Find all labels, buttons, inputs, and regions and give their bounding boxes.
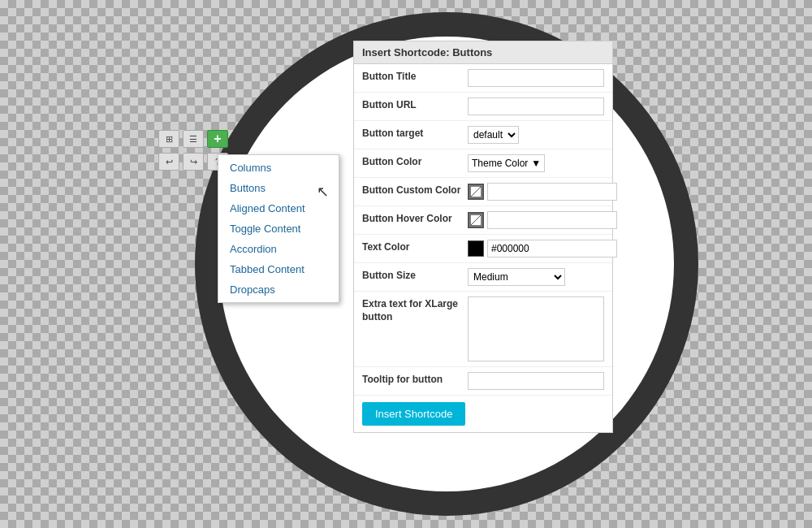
hover-color-swatch[interactable] [468,212,484,228]
label-text-color: Text Color [362,240,468,254]
field-button-size: Button Size Small Medium Large XLarge [354,263,612,292]
field-button-url: Button URL [354,93,612,121]
control-extra-text [468,296,604,361]
select-button-target[interactable]: default _blank _self [468,126,519,144]
label-button-color: Button Color [362,154,468,169]
control-tooltip [468,372,604,390]
control-button-title [468,69,604,87]
hover-color-picker-icon [469,214,482,227]
input-custom-color[interactable] [487,183,617,201]
label-tooltip: Tooltip for button [362,372,468,387]
label-button-url: Button URL [362,97,468,112]
dropdown-arrow-icon: ▼ [531,158,541,169]
menu-item-toggle-content[interactable]: Toggle Content [218,219,339,239]
toolbar-btn-menu[interactable]: ☰ [183,130,204,148]
shortcode-panel: Insert Shortcode: Buttons Button Title B… [353,41,613,433]
control-button-hover-color [468,211,617,229]
input-button-url[interactable] [468,97,604,115]
menu-item-dropcaps[interactable]: Dropcaps [218,279,339,300]
input-tooltip[interactable] [468,372,604,390]
label-button-custom-color: Button Custom Color [362,183,468,197]
label-button-target: Button target [362,126,468,141]
theme-color-label: Theme Color [472,158,528,169]
toolbar-btn-undo[interactable]: ↩ [158,153,179,171]
menu-item-tabbed-content[interactable]: Tabbed Content [218,259,339,279]
toolbar-btn-add[interactable]: + [207,130,228,148]
input-button-title[interactable] [468,69,604,87]
menu-item-aligned-content[interactable]: Aligned Content [218,198,339,219]
field-button-hover-color: Button Hover Color [354,206,612,235]
custom-color-swatch[interactable] [468,184,484,200]
label-button-title: Button Title [362,69,468,84]
color-picker-icon [469,185,482,198]
field-tooltip: Tooltip for button [354,367,612,396]
select-button-color[interactable]: Theme Color ▼ [468,154,545,172]
toolbar-btn-redo[interactable]: ↪ [183,153,204,171]
field-button-title: Button Title [354,64,612,93]
control-button-url [468,97,604,115]
text-color-swatch[interactable] [468,240,484,257]
field-text-color: Text Color [354,235,612,263]
field-button-target: Button target default _blank _self [354,121,612,149]
panel-body: Button Title Button URL Button target de… [354,64,612,432]
menu-item-columns[interactable]: Columns [218,158,339,178]
label-button-size: Button Size [362,268,468,283]
control-button-size: Small Medium Large XLarge [468,268,604,286]
insert-shortcode-button[interactable]: Insert Shortcode [362,402,465,426]
control-button-target: default _blank _self [468,126,604,144]
control-text-color [468,240,617,258]
color-picker-custom [468,183,617,201]
label-button-hover-color: Button Hover Color [362,211,468,226]
input-text-color[interactable] [487,240,617,258]
textarea-extra-text[interactable] [468,296,604,361]
label-extra-text: Extra text for XLarge button [362,296,468,323]
shortcode-dropdown-menu: Columns Buttons Aligned Content Toggle C… [218,154,339,303]
select-button-size[interactable]: Small Medium Large XLarge [468,268,565,286]
field-button-custom-color: Button Custom Color [354,178,612,206]
color-picker-hover [468,211,617,229]
toolbar-btn-grid[interactable]: ⊞ [158,130,179,148]
input-hover-color[interactable] [487,211,617,229]
control-button-color: Theme Color ▼ [468,154,604,172]
menu-item-accordion[interactable]: Accordion [218,239,339,259]
field-extra-text: Extra text for XLarge button [354,292,612,367]
color-picker-text [468,240,617,258]
control-button-custom-color [468,183,617,201]
field-button-color: Button Color Theme Color ▼ [354,149,612,178]
panel-title: Insert Shortcode: Buttons [354,41,612,64]
